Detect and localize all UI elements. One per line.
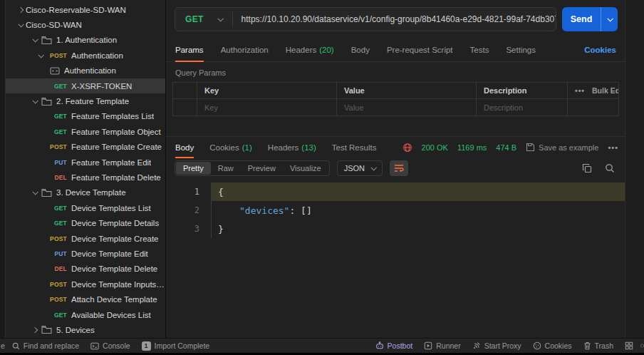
row-checkbox-cell[interactable] — [173, 99, 197, 115]
response-tab-headers[interactable]: Headers(13) — [268, 137, 316, 158]
import-complete-status[interactable]: 1 Import Complete — [136, 339, 216, 353]
response-view-toolbar: Pretty Raw Preview Visualize JSON — [166, 158, 625, 179]
url-input[interactable]: https://10.10.20.90/dataservice/v1/confi… — [233, 14, 556, 24]
sidebar-folder-device-template[interactable]: 3. Device Template — [6, 185, 165, 200]
collections-sidebar: Cisco-Reservable-SD-WAN Cisco-SD-WAN 1. … — [6, 0, 166, 338]
tab-settings[interactable]: Settings — [506, 38, 536, 61]
sidebar-request-feature-template-edit[interactable]: PUT Feature Template Edit — [6, 155, 165, 170]
response-size[interactable]: 474 B — [496, 143, 516, 152]
sidebar-request-device-templates-list[interactable]: GET Device Templates List — [6, 200, 165, 215]
sidebar-item-cisco-reservable-sd-wan[interactable]: Cisco-Reservable-SD-WAN — [6, 2, 165, 17]
sidebar-folder-devices[interactable]: 5. Devices — [6, 322, 165, 337]
sidebar-item-cisco-sd-wan[interactable]: Cisco-SD-WAN — [6, 17, 165, 32]
copy-icon[interactable] — [582, 163, 592, 173]
sidebar-example-authentication[interactable]: Authentication — [6, 63, 165, 78]
postbot-button[interactable]: Postbot — [370, 339, 419, 353]
bulk-edit-cell: ••• Bulk Edit — [568, 83, 618, 99]
bulk-edit-button[interactable]: Bulk Edit — [592, 86, 618, 95]
view-pretty-button[interactable]: Pretty — [176, 162, 211, 175]
cookies-button[interactable]: Cookies — [527, 339, 578, 353]
sidebar-request-device-template-create[interactable]: POST Device Template Create — [6, 231, 165, 246]
partial-icon — [639, 341, 644, 350]
send-label: Send — [562, 7, 601, 31]
status-code[interactable]: 200 OK — [422, 143, 448, 152]
trash-button[interactable]: Trash — [578, 339, 619, 353]
folder-label: 3. Device Template — [56, 188, 126, 197]
code-line: 3 } — [166, 220, 625, 238]
sidebar-request-available-devices-list[interactable]: GET Available Devices List — [6, 307, 165, 322]
tab-tests[interactable]: Tests — [470, 38, 489, 61]
windows-icon[interactable] — [619, 339, 639, 353]
chevron-down-icon[interactable] — [16, 23, 26, 27]
method-badge: POST — [46, 296, 67, 303]
sidebar-request-x-xsrf-token[interactable]: GET X-XSRF-TOKEN — [6, 78, 165, 93]
sidebar-folder-feature-template[interactable]: 2. Feature Template — [6, 93, 165, 108]
sidebar-request-device-template-edit[interactable]: PUT Device Template Edit — [6, 246, 165, 261]
response-tab-test-results[interactable]: Test Results — [332, 137, 377, 158]
method-badge: GET — [46, 220, 67, 227]
tab-headers[interactable]: Headers(20) — [286, 38, 334, 61]
sidebar-request-feature-template-create[interactable]: POST Feature Template Create — [6, 140, 165, 155]
request-workspace: GET https://10.10.20.90/dataservice/v1/c… — [166, 0, 625, 338]
response-time[interactable]: 1169 ms — [457, 143, 487, 152]
search-icon[interactable] — [605, 163, 615, 173]
send-button[interactable]: Send — [562, 7, 618, 31]
view-visualize-button[interactable]: Visualize — [283, 162, 328, 175]
request-label: Device Template Inputs Va... — [71, 280, 165, 289]
toolbar-right-icons — [582, 163, 615, 173]
sidebar-request-authentication[interactable]: POST Authentication — [6, 48, 165, 63]
more-options-icon[interactable]: ••• — [575, 86, 585, 95]
response-tab-cookies[interactable]: Cookies(1) — [209, 137, 252, 158]
response-more-options-icon[interactable]: ••• — [608, 143, 618, 152]
sidebar-request-attach-device-template[interactable]: POST Attach Device Template — [6, 292, 165, 307]
sidebar-folder-authentication[interactable]: 1. Authentication — [6, 33, 165, 48]
format-value: JSON — [344, 164, 365, 173]
folder-icon — [41, 97, 52, 106]
response-tab-body[interactable]: Body — [175, 137, 194, 158]
sidebar-request-feature-template-object[interactable]: GET Feature Template Object — [6, 124, 165, 139]
method-selector[interactable]: GET — [175, 14, 232, 24]
sidebar-request-device-template-details[interactable]: GET Device Template Details — [6, 215, 165, 230]
postbot-icon — [375, 341, 384, 350]
sidebar-request-feature-template-delete[interactable]: DEL Feature Template Delete — [6, 170, 165, 185]
chevron-down-icon[interactable] — [36, 53, 46, 58]
view-raw-button[interactable]: Raw — [211, 162, 241, 175]
tab-authorization[interactable]: Authorization — [221, 38, 269, 61]
tab-body[interactable]: Body — [351, 38, 370, 61]
key-input[interactable]: Key — [197, 99, 337, 115]
tab-params[interactable]: Params — [175, 38, 204, 61]
chevron-right-icon[interactable] — [16, 8, 26, 12]
request-label: Feature Template Object — [71, 128, 161, 136]
send-options-button[interactable] — [601, 7, 618, 31]
folder-icon — [41, 325, 52, 334]
chevron-down-icon[interactable] — [30, 190, 40, 195]
start-proxy-button[interactable]: Start Proxy — [467, 339, 527, 353]
chevron-down-icon[interactable] — [30, 99, 40, 103]
format-selector[interactable]: JSON — [337, 160, 383, 176]
line-number: 1 — [166, 182, 212, 201]
sidebar-request-device-template-inputs[interactable]: POST Device Template Inputs Va... — [6, 277, 165, 292]
chevron-right-icon[interactable] — [30, 328, 40, 332]
view-preview-button[interactable]: Preview — [241, 162, 283, 175]
sidebar-request-device-template-delete[interactable]: DEL Device Template Delete — [6, 262, 165, 277]
save-as-example-button[interactable]: Save as example — [526, 143, 598, 152]
response-pane: Body Cookies(1) Headers(13) Test Results… — [166, 136, 625, 338]
response-body-editor[interactable]: 1 { 2 "devices": [] 3 } — [166, 179, 625, 338]
runner-button[interactable]: Runner — [418, 339, 466, 353]
folder-label: 5. Devices — [56, 326, 95, 334]
tab-pre-request-script[interactable]: Pre-request Script — [387, 38, 453, 61]
cookies-link[interactable]: Cookies — [584, 46, 616, 54]
find-and-replace-button[interactable]: Find and replace — [6, 339, 85, 353]
console-button[interactable]: Console — [85, 339, 136, 353]
line-number: 3 — [166, 220, 212, 238]
code-line: 1 { — [166, 182, 625, 201]
ssl-warning-globe-icon[interactable] — [402, 143, 412, 153]
value-input[interactable]: Value — [337, 99, 477, 115]
description-input[interactable]: Description — [477, 99, 568, 115]
method-badge: GET — [46, 113, 67, 120]
chevron-down-icon[interactable] — [30, 38, 40, 42]
wrap-lines-button[interactable] — [390, 160, 408, 176]
sidebar-request-feature-templates-list[interactable]: GET Feature Templates List — [6, 109, 165, 124]
wrap-text-icon — [394, 164, 404, 173]
chevron-down-icon — [371, 165, 377, 170]
